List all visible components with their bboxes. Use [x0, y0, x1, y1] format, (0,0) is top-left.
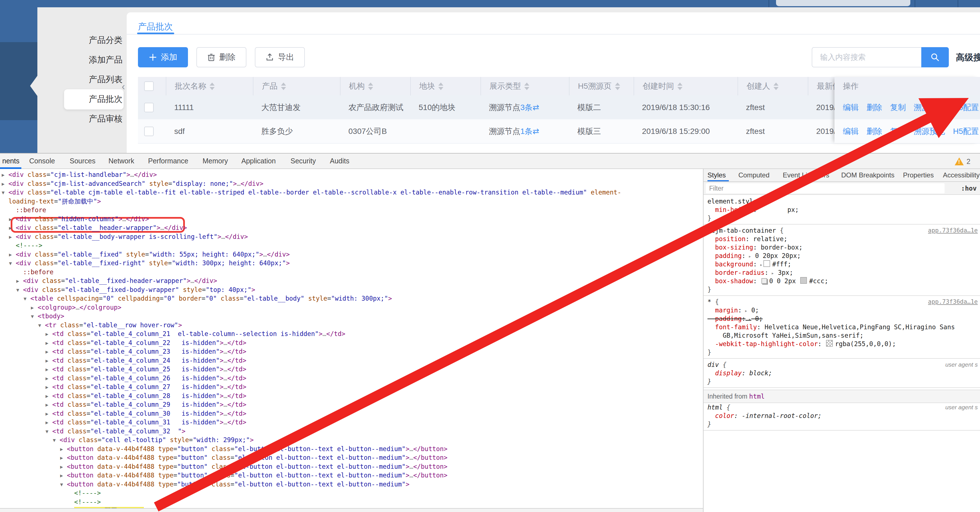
- devtools-warning-counter[interactable]: 2: [955, 156, 970, 167]
- swap-arrows-icon[interactable]: ⇄: [533, 103, 539, 112]
- column-header-地块[interactable]: 地块: [410, 77, 480, 95]
- dom-line[interactable]: <!---->: [74, 488, 101, 498]
- stylesheet-source-link[interactable]: app.73f36da…1e: [928, 298, 978, 306]
- advanced-search-link[interactable]: 高级搜索: [956, 52, 980, 63]
- column-header-创建人[interactable]: 创建人: [738, 77, 808, 95]
- style-rule-line[interactable]: }: [703, 420, 980, 428]
- dom-line[interactable]: ▼<tbody>: [38, 312, 64, 320]
- dom-line[interactable]: ▼<div class="el-table__fixed-body-wrappe…: [23, 285, 255, 294]
- expand-arrow-open[interactable]: ▼: [9, 259, 12, 268]
- expand-arrow-closed[interactable]: ▶: [31, 303, 34, 312]
- expand-arrow-closed[interactable]: ▶: [60, 445, 63, 453]
- style-rule-line[interactable]: }: [703, 214, 980, 222]
- row-checkbox[interactable]: [144, 103, 154, 112]
- expand-arrow-closed[interactable]: ▶: [46, 339, 48, 347]
- expand-arrow-closed[interactable]: ▶: [9, 232, 12, 241]
- expand-arrow-closed[interactable]: ▶: [9, 250, 12, 259]
- dom-line[interactable]: <!---->: [16, 241, 43, 250]
- expand-arrow-closed[interactable]: ▶: [46, 392, 48, 401]
- expand-arrow-closed[interactable]: ▶: [9, 224, 12, 232]
- expand-arrow-open[interactable]: ▼: [2, 188, 5, 197]
- dom-line[interactable]: ▶<td class="el-table_4_column_25 is-hidd…: [52, 365, 247, 374]
- dom-line[interactable]: ▶<td class="el-table_4_column_29 is-hidd…: [52, 400, 247, 409]
- sort-caret[interactable]: [524, 82, 529, 90]
- swap-arrows-icon[interactable]: ⇄: [533, 127, 539, 136]
- style-rule-line[interactable]: div {user agent s: [703, 360, 980, 369]
- style-rule-line[interactable]: GB,Microsoft YaHei,SimSun,sans-serif;: [703, 331, 980, 340]
- dom-line[interactable]: ▶<td class="el-table_4_column_26 is-hidd…: [52, 374, 247, 383]
- dom-line[interactable]: ▶<div class="cjm-list-advancedSearch" st…: [8, 179, 264, 188]
- expand-arrow-open[interactable]: ▼: [31, 312, 34, 321]
- dom-line[interactable]: ▶<td class="el-table_4_column_22 is-hidd…: [52, 338, 247, 347]
- dom-line[interactable]: ▼<table cellspacing="0" cellpadding="0" …: [30, 294, 392, 303]
- style-rule-line[interactable]: padding: ▸ 0 20px 20px;: [703, 252, 980, 260]
- sort-caret[interactable]: [438, 82, 443, 90]
- style-rule-line[interactable]: position: relative;: [703, 235, 980, 243]
- row-checkbox[interactable]: [144, 127, 154, 136]
- expand-arrow-open[interactable]: ▼: [16, 285, 19, 295]
- expand-arrow-closed[interactable]: ▶: [2, 170, 5, 179]
- expand-arrow-open[interactable]: ▼: [46, 427, 48, 436]
- sidebar-collapse-icon[interactable]: ‹: [122, 81, 125, 93]
- expand-arrow-closed[interactable]: ▶: [16, 276, 19, 285]
- styles-pane-tab-Accessibility[interactable]: Accessibility: [943, 169, 980, 181]
- dom-line[interactable]: loading-text="拼命加载中">: [8, 197, 101, 206]
- dom-line[interactable]: ▶<div class="cjm-list-handlebar">…</div>: [8, 170, 157, 179]
- devtools-tab-Application[interactable]: Application: [241, 154, 275, 169]
- style-rule-line[interactable]: html {user agent s: [703, 403, 980, 412]
- expand-arrow-open[interactable]: ▼: [38, 321, 41, 330]
- expand-arrow-closed[interactable]: ▶: [46, 383, 48, 392]
- trace-count-link[interactable]: 3条: [520, 102, 533, 113]
- expand-arrow-open[interactable]: ▼: [53, 436, 56, 445]
- devtools-tab-Performance[interactable]: Performance: [148, 154, 188, 169]
- style-rule-line[interactable]: box-sizing: border-box;: [703, 243, 980, 252]
- select-all-checkbox[interactable]: [144, 81, 154, 91]
- devtools-tab-Console[interactable]: Console: [29, 154, 55, 169]
- sort-caret[interactable]: [678, 82, 682, 90]
- dom-line[interactable]: ▶<td class="el-table_4_column_21 el-tabl…: [52, 329, 345, 338]
- dom-line[interactable]: ▶<button data-v-44b4f488 type="button" c…: [67, 444, 447, 453]
- dom-line[interactable]: ▼<div class="el-table__fixed-right" styl…: [16, 258, 290, 268]
- stylesheet-source-link[interactable]: app.73f36da…1e: [928, 226, 978, 235]
- styles-pane-tab-Properties[interactable]: Properties: [903, 169, 934, 181]
- styles-pane-tab-DOM-Breakpoints[interactable]: DOM Breakpoints: [841, 169, 894, 181]
- styles-pane-tab-Computed[interactable]: Computed: [738, 169, 770, 181]
- op-link-复制[interactable]: 复制: [890, 102, 906, 113]
- styles-pane-tab-Event-Listeners[interactable]: Event Listeners: [783, 169, 829, 181]
- sort-caret[interactable]: [210, 82, 215, 90]
- search-button[interactable]: [921, 47, 949, 67]
- dom-line[interactable]: ▶<td class="el-table_4_column_30 is-hidd…: [52, 409, 247, 418]
- sort-caret[interactable]: [773, 82, 778, 90]
- style-rule-line[interactable]: border-radius: ▸ 3px;: [703, 268, 980, 277]
- expand-arrow-closed[interactable]: ▶: [46, 409, 48, 418]
- op-link-编辑[interactable]: 编辑: [843, 102, 859, 113]
- op-link-复制[interactable]: 复制: [890, 126, 906, 137]
- dom-line[interactable]: ::before: [23, 268, 53, 276]
- dom-line[interactable]: <span>H5配置</span>: [74, 506, 144, 508]
- style-rule-line[interactable]: min-height: px;: [703, 206, 980, 214]
- column-header-机构[interactable]: 机构: [340, 77, 410, 95]
- dom-line[interactable]: ▶<div class="el-table__fixed" style="wid…: [16, 250, 290, 259]
- styles-filter-input[interactable]: Filter: [706, 183, 945, 193]
- column-header-H5溯源页[interactable]: H5溯源页: [569, 77, 633, 95]
- dom-line[interactable]: ▶<button data-v-44b4f488 type="button" c…: [67, 453, 447, 462]
- expand-arrow-closed[interactable]: ▶: [46, 365, 48, 374]
- expand-arrow-closed[interactable]: ▶: [46, 374, 48, 383]
- dom-line[interactable]: ▶<td class="el-table_4_column_28 is-hidd…: [52, 391, 247, 400]
- dom-line[interactable]: ▶<button data-v-44b4f488 type="button" c…: [67, 462, 447, 471]
- dom-line[interactable]: <!---->: [74, 498, 101, 506]
- style-rule-line[interactable]: display: block;: [703, 369, 980, 377]
- sort-caret[interactable]: [281, 82, 286, 90]
- dom-line[interactable]: ▶<colgroup>…</colgroup>: [38, 303, 121, 312]
- dom-line[interactable]: ::before: [16, 206, 46, 214]
- devtools-tab-Network[interactable]: Network: [108, 154, 134, 169]
- expand-arrow-closed[interactable]: ▶: [46, 356, 48, 365]
- export-button[interactable]: 导出: [255, 47, 305, 67]
- expand-arrow-closed[interactable]: ▶: [46, 418, 48, 427]
- trace-count-link[interactable]: 1条: [520, 126, 533, 137]
- expand-arrow-closed[interactable]: ▶: [2, 179, 5, 189]
- dom-line[interactable]: ▶<td class="el-table_4_column_27 is-hidd…: [52, 382, 247, 391]
- op-link-编辑[interactable]: 编辑: [843, 126, 859, 137]
- devtools-tab-nents[interactable]: nents: [2, 154, 19, 169]
- devtools-tab-Memory[interactable]: Memory: [202, 154, 228, 169]
